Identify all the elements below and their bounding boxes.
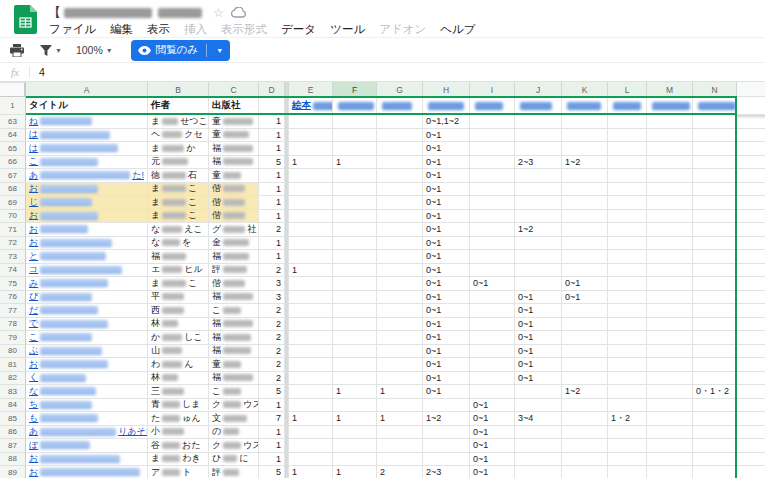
cell-title[interactable]: あた! bbox=[26, 169, 148, 183]
cell-age-range[interactable] bbox=[470, 196, 515, 210]
cell-age-range[interactable] bbox=[470, 237, 515, 251]
cell-author[interactable]: アト bbox=[148, 466, 209, 478]
cell-age-range[interactable] bbox=[647, 277, 693, 291]
cell-age-range[interactable]: 0~1 bbox=[470, 453, 515, 467]
cell-age-range[interactable] bbox=[647, 331, 693, 345]
cell-age-range[interactable] bbox=[693, 264, 737, 278]
cell-age-range[interactable] bbox=[693, 250, 737, 264]
row-number[interactable]: 89 bbox=[0, 466, 26, 478]
cell-age-range[interactable] bbox=[377, 196, 423, 210]
row-number[interactable]: 79 bbox=[0, 331, 26, 345]
cell-age-range[interactable] bbox=[693, 318, 737, 332]
cell-age-range[interactable] bbox=[693, 466, 737, 478]
cell-publisher[interactable]: ひに bbox=[209, 453, 259, 467]
cell-age-range[interactable]: 0~1 bbox=[470, 426, 515, 440]
cell-count[interactable]: 2 bbox=[259, 372, 285, 386]
cell-age-range[interactable] bbox=[647, 318, 693, 332]
cell-title[interactable]: ぼ bbox=[26, 439, 148, 453]
cell-age-range[interactable] bbox=[333, 331, 377, 345]
cell-age-range[interactable]: 0~1 bbox=[423, 183, 470, 197]
cell-age-range[interactable] bbox=[608, 304, 647, 318]
cell-age-range[interactable] bbox=[562, 426, 608, 440]
cell-age-range[interactable] bbox=[562, 264, 608, 278]
cell-age-range[interactable] bbox=[377, 399, 423, 413]
cell-age-range[interactable] bbox=[470, 291, 515, 305]
cell-age-range[interactable] bbox=[608, 399, 647, 413]
cell-age-range[interactable]: 0~1 bbox=[423, 358, 470, 372]
cell-age-range[interactable] bbox=[562, 304, 608, 318]
cell-title[interactable]: お bbox=[26, 223, 148, 237]
cell-age-range[interactable] bbox=[377, 129, 423, 143]
cell-age-range[interactable] bbox=[289, 331, 333, 345]
cell-title[interactable]: は bbox=[26, 129, 148, 143]
cell-age-range[interactable] bbox=[562, 223, 608, 237]
empty-cell[interactable] bbox=[737, 142, 765, 156]
column-header-E[interactable]: E bbox=[289, 82, 333, 97]
cell-age-range[interactable]: 0~1 bbox=[470, 412, 515, 426]
cell-age-range[interactable] bbox=[377, 372, 423, 386]
cell-age-range[interactable]: 1・2 bbox=[608, 412, 647, 426]
cell-age-range[interactable] bbox=[333, 439, 377, 453]
cell-age-range[interactable]: 1~2 bbox=[515, 223, 562, 237]
cell-age-range[interactable] bbox=[289, 237, 333, 251]
cell-age-range[interactable] bbox=[333, 115, 377, 129]
cell-author[interactable]: 元 bbox=[148, 156, 209, 170]
cell-age-range[interactable] bbox=[333, 277, 377, 291]
row-number[interactable]: 80 bbox=[0, 345, 26, 359]
cell-age-range[interactable] bbox=[562, 345, 608, 359]
cell-age-range[interactable] bbox=[647, 210, 693, 224]
cell-age-range[interactable] bbox=[470, 129, 515, 143]
cell-age-range[interactable] bbox=[562, 129, 608, 143]
cell-age-range[interactable] bbox=[377, 237, 423, 251]
cell-publisher[interactable]: 金 bbox=[209, 237, 259, 251]
cell-age-range[interactable] bbox=[693, 291, 737, 305]
cell-author[interactable]: なえこ bbox=[148, 223, 209, 237]
cell-age-range[interactable]: 0~1 bbox=[515, 331, 562, 345]
cell-author[interactable]: 徳石 bbox=[148, 169, 209, 183]
cell-age-range[interactable] bbox=[289, 129, 333, 143]
cell-age-range[interactable]: 0~1 bbox=[423, 331, 470, 345]
column-header-N[interactable]: N bbox=[693, 82, 737, 97]
cell-age-range[interactable]: 0~1 bbox=[515, 291, 562, 305]
cell-publisher[interactable]: こ bbox=[209, 304, 259, 318]
cell-age-range[interactable] bbox=[377, 223, 423, 237]
cell-age-range[interactable] bbox=[515, 264, 562, 278]
cell-age-range[interactable] bbox=[647, 385, 693, 399]
cell-title[interactable]: コ bbox=[26, 264, 148, 278]
cell-title[interactable]: は bbox=[26, 142, 148, 156]
cell-age-range[interactable]: 1~2 bbox=[423, 412, 470, 426]
cell-age-range[interactable]: 1 bbox=[289, 466, 333, 478]
cell-age-range[interactable] bbox=[377, 277, 423, 291]
cell-age-range[interactable] bbox=[470, 223, 515, 237]
cell-author[interactable]: ませつこ bbox=[148, 115, 209, 129]
cell-title[interactable]: ち bbox=[26, 399, 148, 413]
empty-cell[interactable] bbox=[737, 426, 765, 440]
cell-age-range[interactable] bbox=[289, 183, 333, 197]
cell-title[interactable]: お bbox=[26, 183, 148, 197]
empty-cell[interactable] bbox=[737, 196, 765, 210]
cell-age-range[interactable] bbox=[423, 439, 470, 453]
cell-age-range[interactable] bbox=[377, 304, 423, 318]
cell-age-range[interactable] bbox=[647, 115, 693, 129]
cell-author[interactable]: まこ bbox=[148, 196, 209, 210]
cell-age-range[interactable]: 0~1 bbox=[470, 399, 515, 413]
cell-age-range[interactable] bbox=[377, 439, 423, 453]
cell-age-range[interactable] bbox=[470, 331, 515, 345]
cell-age-range[interactable]: 0~1 bbox=[470, 439, 515, 453]
cell-age-range[interactable] bbox=[377, 345, 423, 359]
cell-age-range[interactable] bbox=[693, 237, 737, 251]
cell-title[interactable]: お bbox=[26, 237, 148, 251]
cell-author[interactable]: かしこ bbox=[148, 331, 209, 345]
cell-age-range[interactable] bbox=[562, 169, 608, 183]
cell-age-range[interactable] bbox=[515, 399, 562, 413]
cell-age-range[interactable] bbox=[693, 412, 737, 426]
cell-age-range[interactable]: 1 bbox=[377, 385, 423, 399]
cell-age-range[interactable]: 0~1 bbox=[423, 345, 470, 359]
cell-age-range[interactable] bbox=[693, 196, 737, 210]
cell-age-range[interactable]: 0~1 bbox=[470, 466, 515, 478]
cell-publisher[interactable]: クウス bbox=[209, 439, 259, 453]
cell-age-range[interactable] bbox=[470, 183, 515, 197]
empty-cell[interactable] bbox=[737, 466, 765, 478]
cell-age-range[interactable] bbox=[289, 439, 333, 453]
cell-age-range[interactable] bbox=[423, 399, 470, 413]
